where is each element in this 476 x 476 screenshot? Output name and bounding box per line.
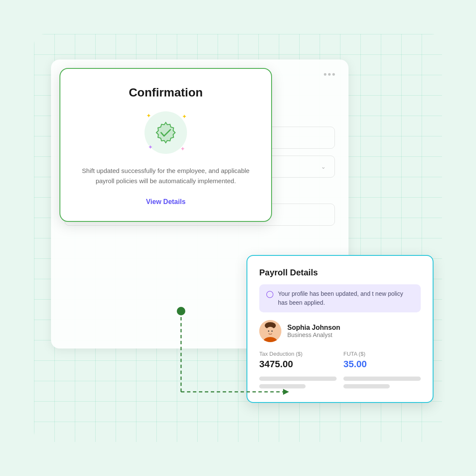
dot-1 [324,73,326,76]
skeleton-col-2 [343,377,421,392]
connector-arrow [177,307,296,417]
svg-marker-2 [283,389,289,395]
scene: C ⌄ E Status Confirmation ✦ ✦ ✦ ✦ [34,34,442,442]
sparkle-icon-tl: ✦ [146,112,151,119]
dot-2 [328,73,331,76]
sparkle-icon-bl: ✦ [148,144,153,150]
dot-3 [332,73,335,76]
connector-dot [177,307,185,315]
futa-col: FUTA ($) 35.00 [343,351,421,370]
futa-label: FUTA ($) [343,351,421,357]
view-details-link[interactable]: View Details [146,198,185,205]
profile-updated-text: Your profile has been updated, and t new… [278,289,414,307]
confirmation-message: Shift updated successfully for the emplo… [79,166,252,186]
skeleton-bar-3 [343,377,421,381]
chevron-down-icon: ⌄ [321,163,326,170]
profile-check-icon: ◯ [266,290,274,298]
payroll-title: Payroll Details [259,268,421,278]
sparkle-icon-tr: ✦ [182,113,187,120]
three-dots-menu[interactable] [324,73,335,76]
success-icon-wrap: ✦ ✦ ✦ ✦ [144,111,187,154]
success-badge-icon [153,120,178,145]
confirmation-title: Confirmation [79,86,252,99]
skeleton-bar-4 [343,384,390,388]
futa-value: 35.00 [343,359,421,370]
confirmation-card: Confirmation ✦ ✦ ✦ ✦ Shift updated succe… [60,68,272,222]
sparkle-icon-br: ✦ [180,145,185,152]
